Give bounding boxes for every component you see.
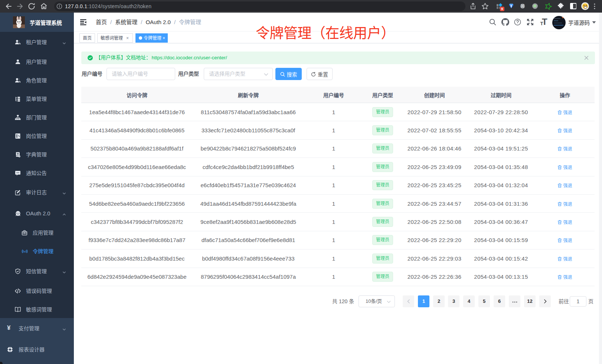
svg-text:a: a xyxy=(24,250,26,253)
